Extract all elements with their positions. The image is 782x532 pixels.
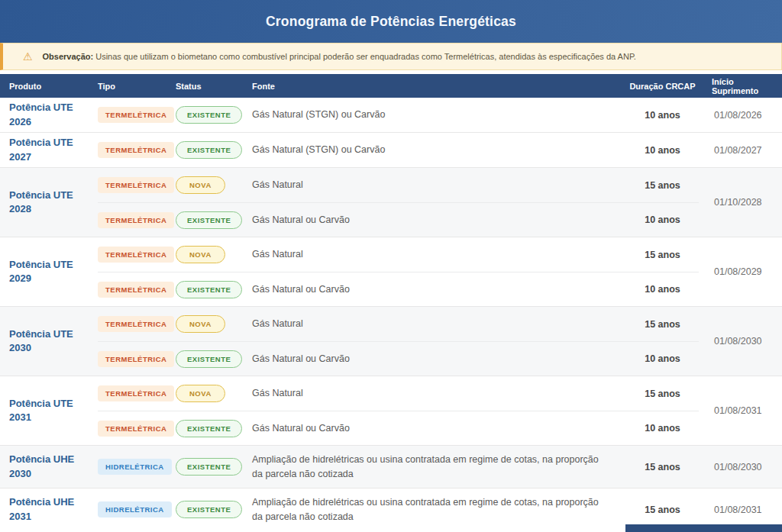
tipo-badge: TERMELÉTRICA bbox=[98, 177, 174, 193]
status-badge: EXISTENTE bbox=[176, 141, 242, 159]
produto-link[interactable]: Potência UTE 2031 bbox=[9, 397, 98, 424]
inicio-suprimento-value: 01/08/2031 bbox=[699, 405, 782, 416]
tipo-cell: TERMELÉTRICA bbox=[98, 107, 176, 123]
tipo-cell: TERMELÉTRICA bbox=[98, 385, 176, 401]
tipo-badge: TERMELÉTRICA bbox=[98, 385, 174, 401]
row-entries: HIDRELÉTRICA EXISTENTE Ampliação de hidr… bbox=[98, 446, 699, 488]
tipo-cell: HIDRELÉTRICA bbox=[98, 501, 176, 517]
produto-link[interactable]: Potência UTE 2026 bbox=[9, 101, 98, 128]
duracao-value: 10 anos bbox=[626, 284, 699, 295]
table-row: Potência UTE 2030 TERMELÉTRICA NOVA Gás … bbox=[0, 306, 782, 376]
status-badge: NOVA bbox=[176, 315, 225, 333]
duracao-value: 15 anos bbox=[626, 250, 699, 260]
fonte-value: Gás Natural ou Carvão bbox=[252, 282, 626, 296]
produto-cell: Potência UTE 2026 bbox=[0, 101, 98, 128]
duracao-value: 10 anos bbox=[626, 145, 699, 156]
notice-text: Observação:Usinas que utilizam o biometa… bbox=[43, 52, 636, 61]
status-cell: EXISTENTE bbox=[176, 106, 252, 124]
notice-banner: ⚠ Observação:Usinas que utilizam o biome… bbox=[0, 43, 782, 70]
tipo-badge: TERMELÉTRICA bbox=[98, 316, 174, 332]
tipo-cell: TERMELÉTRICA bbox=[98, 282, 176, 298]
fonte-value: Ampliação de hidrelétricas ou usina cont… bbox=[252, 495, 626, 523]
duracao-value: 15 anos bbox=[626, 462, 699, 472]
produto-cell: Potência UTE 2030 bbox=[0, 327, 98, 355]
produto-link[interactable]: Potência UTE 2030 bbox=[9, 327, 98, 355]
fonte-value: Gás Natural ou Carvão bbox=[252, 352, 626, 366]
table-row: Potência UTE 2031 TERMELÉTRICA NOVA Gás … bbox=[0, 376, 782, 445]
fonte-value: Gás Natural bbox=[252, 386, 626, 400]
status-cell: EXISTENTE bbox=[176, 458, 252, 476]
produto-link[interactable]: Potência UTE 2028 bbox=[9, 189, 98, 216]
table-row: Potência UTE 2027 TERMELÉTRICA EXISTENTE… bbox=[0, 132, 782, 167]
produto-link[interactable]: Potência UHE 2031 bbox=[9, 495, 98, 523]
tipo-badge: TERMELÉTRICA bbox=[98, 212, 174, 228]
tipo-cell: TERMELÉTRICA bbox=[98, 212, 176, 228]
notice-label: Observação: bbox=[43, 52, 94, 61]
tipo-badge: TERMELÉTRICA bbox=[98, 142, 174, 158]
tipo-cell: TERMELÉTRICA bbox=[98, 142, 176, 158]
status-cell: EXISTENTE bbox=[176, 501, 252, 518]
fonte-value: Gás Natural (STGN) ou Carvão bbox=[252, 108, 626, 121]
row-entry: TERMELÉTRICA NOVA Gás Natural 15 anos bbox=[98, 237, 699, 272]
column-header-produto: Produto bbox=[0, 82, 98, 91]
status-cell: EXISTENTE bbox=[176, 350, 252, 368]
page-title: Cronograma de Potências Energéticas bbox=[266, 14, 516, 30]
status-cell: NOVA bbox=[176, 315, 252, 333]
row-entry: TERMELÉTRICA EXISTENTE Gás Natural ou Ca… bbox=[98, 202, 699, 237]
row-entry: HIDRELÉTRICA EXISTENTE Ampliação de hidr… bbox=[98, 446, 699, 488]
row-entry: TERMELÉTRICA EXISTENTE Gás Natural ou Ca… bbox=[98, 411, 699, 445]
inicio-suprimento-value: 01/08/2026 bbox=[699, 110, 782, 121]
duracao-value: 10 anos bbox=[626, 214, 699, 225]
duracao-value: 10 anos bbox=[626, 110, 699, 121]
produto-cell: Potência UTE 2028 bbox=[0, 189, 98, 216]
tipo-badge: TERMELÉTRICA bbox=[98, 247, 174, 263]
produto-cell: Potência UTE 2031 bbox=[0, 397, 98, 424]
table-header: Produto Tipo Status Fonte Duração CRCAP … bbox=[0, 74, 782, 98]
produto-link[interactable]: Potência UTE 2027 bbox=[9, 136, 98, 163]
row-entry: TERMELÉTRICA EXISTENTE Gás Natural (STGN… bbox=[98, 133, 699, 167]
duracao-value: 15 anos bbox=[626, 319, 699, 330]
inicio-suprimento-value: 01/10/2028 bbox=[699, 197, 782, 208]
fonte-value: Gás Natural (STGN) ou Carvão bbox=[252, 143, 626, 156]
fonte-value: Ampliação de hidrelétricas ou usina cont… bbox=[252, 453, 626, 480]
status-cell: NOVA bbox=[176, 385, 252, 402]
fonte-value: Gás Natural ou Carvão bbox=[252, 213, 626, 227]
tipo-cell: TERMELÉTRICA bbox=[98, 316, 176, 332]
duracao-value: 10 anos bbox=[626, 353, 699, 364]
produto-cell: Potência UHE 2030 bbox=[0, 453, 98, 480]
row-entry: TERMELÉTRICA NOVA Gás Natural 15 anos bbox=[98, 307, 699, 341]
column-header-status: Status bbox=[176, 82, 252, 91]
status-badge: EXISTENTE bbox=[176, 350, 242, 368]
tipo-badge: TERMELÉTRICA bbox=[98, 107, 174, 123]
status-badge: EXISTENTE bbox=[176, 501, 242, 518]
produto-link[interactable]: Potência UHE 2030 bbox=[9, 453, 75, 480]
tipo-badge: TERMELÉTRICA bbox=[98, 282, 174, 298]
status-badge: EXISTENTE bbox=[176, 281, 242, 298]
produto-cell: Potência UTE 2027 bbox=[0, 136, 98, 163]
status-cell: EXISTENTE bbox=[176, 141, 252, 159]
status-cell: EXISTENTE bbox=[176, 281, 252, 298]
table-row: Potência UHE 2030 HIDRELÉTRICA EXISTENTE… bbox=[0, 445, 782, 488]
status-badge: EXISTENTE bbox=[176, 211, 242, 229]
row-entry: TERMELÉTRICA EXISTENTE Gás Natural ou Ca… bbox=[98, 272, 699, 306]
status-badge: EXISTENTE bbox=[176, 106, 242, 124]
row-entries: TERMELÉTRICA NOVA Gás Natural 15 anos TE… bbox=[98, 237, 699, 306]
row-entry: HIDRELÉTRICA EXISTENTE Ampliação de hidr… bbox=[98, 488, 699, 530]
duracao-value: 10 anos bbox=[626, 423, 699, 434]
table-row: Potência UTE 2026 TERMELÉTRICA EXISTENTE… bbox=[0, 98, 782, 132]
tipo-badge: TERMELÉTRICA bbox=[98, 421, 174, 437]
duracao-value: 15 anos bbox=[626, 180, 699, 191]
inicio-suprimento-value: 01/08/2027 bbox=[699, 145, 782, 156]
status-badge: EXISTENTE bbox=[176, 420, 242, 437]
status-badge: EXISTENTE bbox=[176, 458, 242, 476]
column-header-tipo: Tipo bbox=[98, 82, 176, 91]
status-badge: NOVA bbox=[176, 385, 225, 402]
column-header-inicio-suprimento: Início Suprimento bbox=[699, 77, 782, 95]
warning-icon: ⚠ bbox=[23, 51, 33, 62]
status-cell: EXISTENTE bbox=[176, 211, 252, 229]
status-cell: NOVA bbox=[176, 176, 252, 194]
tipo-cell: HIDRELÉTRICA bbox=[98, 459, 176, 475]
produto-link[interactable]: Potência UTE 2029 bbox=[9, 258, 98, 285]
status-badge: NOVA bbox=[176, 246, 225, 263]
fonte-value: Gás Natural bbox=[252, 247, 626, 261]
